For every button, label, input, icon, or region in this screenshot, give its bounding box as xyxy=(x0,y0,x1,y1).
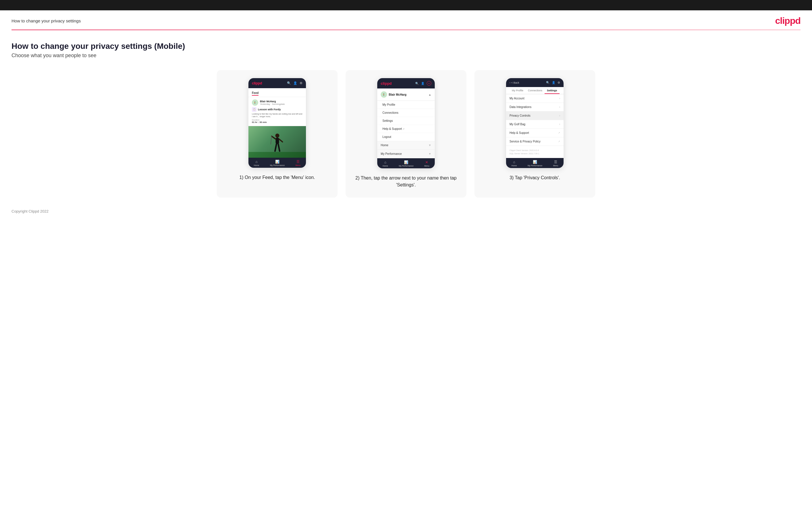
svg-line-3 xyxy=(279,139,283,142)
p1-home-tab[interactable]: ⌂ Home xyxy=(254,160,259,166)
p1-bottom-nav: ⌂ Home 📊 My Performance ☰ Menu xyxy=(248,158,306,168)
p1-user-icon: 👤 xyxy=(293,81,297,85)
p3-client-version: Clippd Client Version: 2022.8.3-3 xyxy=(509,149,560,152)
p3-privacy-chevron-icon: › xyxy=(559,114,560,117)
p2-close-icon: ✕ xyxy=(425,160,428,164)
p3-back-label: < Back xyxy=(511,81,519,84)
p3-integrations-chevron-icon: › xyxy=(559,105,560,109)
p3-my-account-label: My Account xyxy=(509,97,524,100)
p2-settings-item[interactable]: Settings xyxy=(377,117,435,125)
p2-connections-item[interactable]: Connections xyxy=(377,109,435,117)
p3-data-integrations-item[interactable]: Data Integrations › xyxy=(506,103,564,111)
p1-icons: 🔍 👤 ⚙ xyxy=(287,81,303,85)
p3-menu-icon: ☰ xyxy=(554,160,557,164)
p3-help-external-icon: ↗ xyxy=(558,131,560,134)
p3-perf-label: My Performance xyxy=(527,165,542,167)
p1-nav-bar: Feed xyxy=(248,88,306,97)
p3-back-arrow-icon: ‹ xyxy=(509,81,510,84)
p3-version-info: Clippd Client Version: 2022.8.3-3 GQL Se… xyxy=(506,146,564,158)
p3-home-label: Home xyxy=(511,165,517,167)
p1-menu-label: Menu xyxy=(296,164,301,166)
svg-rect-1 xyxy=(276,137,279,144)
p3-privacy-controls-item[interactable]: Privacy Controls › xyxy=(506,111,564,120)
p1-feed-item: 🏌 Blair McHarg Yesterday · Sunningdale 📋… xyxy=(248,97,306,126)
p1-menu-tab[interactable]: ☰ Menu xyxy=(296,160,301,166)
p2-home-chevron-icon: ▼ xyxy=(428,144,431,147)
p3-search-icon: 🔍 xyxy=(546,81,550,84)
svg-line-2 xyxy=(272,136,276,139)
p1-lesson-row: 📋 Lesson with Fordy xyxy=(252,107,303,112)
phone-mockup-2: clippd 🔍 👤 + 🏌 Blair McHarg ▲ xyxy=(377,78,435,168)
step-2-caption: 2) Then, tap the arrow next to your name… xyxy=(353,175,459,188)
p3-icons: 🔍 👤 ⚙ xyxy=(546,81,560,84)
p3-account-chevron-icon: › xyxy=(559,97,560,100)
p3-home-tab[interactable]: ⌂ Home xyxy=(511,160,517,167)
p3-data-integrations-label: Data Integrations xyxy=(509,105,531,109)
logo[interactable]: clippd xyxy=(775,15,801,26)
p2-home-section-label: Home xyxy=(381,144,389,147)
tab-connections[interactable]: Connections xyxy=(525,87,545,94)
p2-performance-tab[interactable]: 📊 My Performance xyxy=(399,160,413,167)
p1-settings-icon: ⚙ xyxy=(300,81,303,85)
p2-perf-icon: 📊 xyxy=(404,160,408,164)
phone-mockup-3: ‹ < Back 🔍 👤 ⚙ My Profile Connections Se… xyxy=(506,78,564,168)
p2-home-section[interactable]: Home ▼ xyxy=(377,141,435,150)
p1-search-icon: 🔍 xyxy=(287,81,291,85)
p2-bottom-nav: ⌂ Home 📊 My Performance ✕ Menu xyxy=(377,158,435,168)
svg-point-0 xyxy=(275,133,280,137)
p2-logo: clippd xyxy=(381,81,392,86)
p1-photo xyxy=(248,126,306,158)
p2-header: clippd 🔍 👤 + xyxy=(377,78,435,89)
p3-golf-bag-chevron-icon: › xyxy=(559,123,560,126)
p1-user-row: 🏌 Blair McHarg Yesterday · Sunningdale xyxy=(252,99,303,106)
copyright-text: Copyright Clippd 2022 xyxy=(11,209,49,213)
p2-home-label: Home xyxy=(383,165,388,167)
tab-settings[interactable]: Settings xyxy=(545,87,560,94)
p3-help-support-item[interactable]: Help & Support ↗ xyxy=(506,129,564,137)
p2-home-icon: ⌂ xyxy=(384,160,386,164)
p2-dropdown-header[interactable]: 🏌 Blair McHarg ▲ xyxy=(377,89,435,101)
p3-settings-icon: ⚙ xyxy=(558,81,560,84)
step-1-card: clippd 🔍 👤 ⚙ Feed 🏌 Blair xyxy=(217,70,338,198)
p2-my-profile-item[interactable]: My Profile xyxy=(377,101,435,109)
page-subtitle: Choose what you want people to see xyxy=(11,53,801,59)
p3-help-support-label: Help & Support xyxy=(509,131,529,134)
tab-my-profile[interactable]: My Profile xyxy=(509,87,525,94)
top-bar xyxy=(0,0,812,10)
p2-help-support-item[interactable]: Help & Support xyxy=(377,125,435,133)
p2-home-tab[interactable]: ⌂ Home xyxy=(383,160,388,167)
p3-header: ‹ < Back 🔍 👤 ⚙ xyxy=(506,78,564,87)
phone-mockup-1: clippd 🔍 👤 ⚙ Feed 🏌 Blair xyxy=(248,78,306,168)
p2-logout-item[interactable]: Logout xyxy=(377,133,435,141)
main-content: How to change your privacy settings (Mob… xyxy=(0,30,812,204)
p3-performance-tab[interactable]: 📊 My Performance xyxy=(527,160,542,167)
p1-duration-label: Duration xyxy=(252,119,303,121)
breadcrumb: How to change your privacy settings xyxy=(11,18,81,23)
p3-menu-tab[interactable]: ☰ Menu xyxy=(553,160,558,167)
p1-user-info: Blair McHarg Yesterday · Sunningdale xyxy=(260,100,285,105)
p3-my-golf-bag-item[interactable]: My Golf Bag › xyxy=(506,120,564,129)
p2-performance-section[interactable]: My Performance ▼ xyxy=(377,150,435,158)
p1-avatar: 🏌 xyxy=(252,99,258,106)
p2-menu-label: Menu xyxy=(424,165,429,167)
p3-service-privacy-item[interactable]: Service & Privacy Policy ↗ xyxy=(506,137,564,146)
p2-avatar: 🏌 xyxy=(381,91,387,98)
svg-line-4 xyxy=(275,144,276,151)
step-1-caption: 1) On your Feed, tap the 'Menu' icon. xyxy=(239,174,315,181)
p2-user-icon: 👤 xyxy=(421,82,424,85)
p1-performance-tab[interactable]: 📊 My Performance xyxy=(270,160,285,166)
p3-my-account-item[interactable]: My Account › xyxy=(506,94,564,103)
p3-server-version: GQL Server Version: 2022.7.30-1 xyxy=(509,152,560,155)
p1-lesson-title: Lesson with Fordy xyxy=(258,108,281,111)
p1-home-label: Home xyxy=(254,164,259,166)
p2-performance-section-label: My Performance xyxy=(381,152,402,155)
p1-duration-val: 01 hr : 30 min xyxy=(252,121,303,123)
p2-performance-chevron-icon: ▼ xyxy=(428,152,431,155)
p2-plus-btn[interactable]: + xyxy=(427,81,431,86)
p1-feed-tab[interactable]: Feed xyxy=(252,91,258,96)
p2-user-info: 🏌 Blair McHarg xyxy=(381,91,407,98)
p3-back-button[interactable]: ‹ < Back xyxy=(509,81,519,84)
p2-menu-tab[interactable]: ✕ Menu xyxy=(424,160,429,167)
header: How to change your privacy settings clip… xyxy=(0,10,812,30)
p1-menu-icon: ☰ xyxy=(297,160,300,164)
